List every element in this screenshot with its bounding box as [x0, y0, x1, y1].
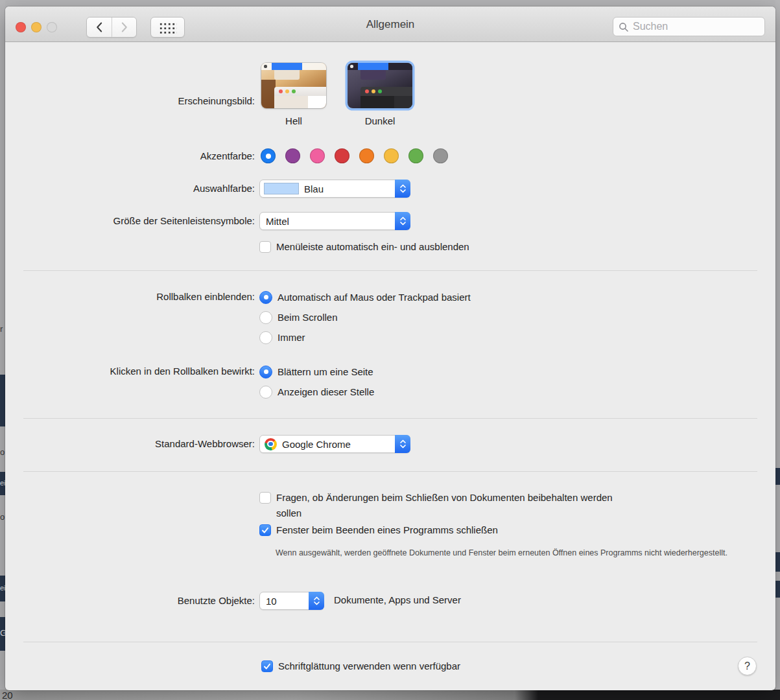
mini-dropdown — [274, 70, 300, 80]
radio-option-always[interactable]: Immer — [259, 327, 471, 347]
radio-button[interactable] — [259, 311, 272, 324]
sidebar-icon-size-value: Mittel — [260, 216, 289, 227]
search-icon — [619, 22, 629, 32]
mini-menubar — [261, 63, 326, 70]
font-smoothing-label: Schriftglättung verwenden wenn verfügbar — [278, 660, 460, 673]
section-divider — [23, 642, 757, 642]
accent-color-rosa[interactable] — [310, 148, 325, 163]
apple-logo-icon — [350, 65, 353, 68]
font-smoothing-row: Schriftglättung verwenden wenn verfügbar — [261, 660, 460, 673]
show-scrollbars-label: Rollbalken einblenden: — [5, 290, 255, 303]
ask-to-keep-changes-row: Fragen, ob Änderungen beim Schließen von… — [259, 490, 639, 521]
section-divider — [23, 418, 757, 419]
recent-items-label: Benutzte Objekte: — [5, 594, 255, 607]
radio-option-jump-page[interactable]: Blättern um eine Seite — [259, 362, 374, 382]
background-block — [775, 468, 780, 485]
background-text-fragment: r — [0, 324, 3, 334]
popup-stepper — [309, 592, 324, 610]
mini-window — [360, 87, 412, 108]
question-mark-icon: ? — [744, 660, 750, 672]
accent-color-lila[interactable] — [285, 148, 300, 163]
recent-items-popup[interactable]: 10 — [259, 592, 324, 610]
appearance-label: Erscheinungsbild: — [5, 95, 255, 108]
search-field — [613, 17, 765, 36]
selection-color-swatch — [264, 183, 299, 194]
radio-option-when-scrolling[interactable]: Beim Scrollen — [259, 307, 471, 327]
default-browser-popup[interactable]: Google Chrome — [259, 435, 410, 453]
background-text-fragment: o — [0, 447, 5, 457]
help-button[interactable]: ? — [738, 657, 757, 675]
mini-zoom-dot — [292, 89, 296, 93]
background-block — [775, 581, 780, 598]
background-text-fragment: o — [0, 512, 5, 522]
appearance-name-dunkel: Dunkel — [347, 115, 413, 126]
accent-color-gelb[interactable] — [384, 148, 399, 163]
appearance-option-dunkel[interactable] — [348, 63, 412, 108]
radio-label: Beim Scrollen — [278, 311, 338, 324]
updown-chevrons-icon — [399, 439, 407, 449]
ask-to-keep-changes-label: Fragen, ob Änderungen beim Schließen von… — [276, 490, 639, 521]
mini-min-dot — [285, 89, 289, 93]
popup-stepper — [395, 435, 410, 453]
menu-bar-autohide-label: Menüleiste automatisch ein- und ausblend… — [276, 240, 469, 253]
mini-window — [274, 87, 326, 108]
background-text-fragment: 20 — [2, 690, 13, 700]
radio-button[interactable] — [259, 386, 272, 399]
selection-color-label: Auswahlfarbe: — [5, 182, 255, 195]
background-strip-bottom: 20 — [0, 690, 780, 700]
selection-color-popup[interactable]: Blau — [259, 180, 410, 198]
mini-zoom-dot — [378, 89, 382, 93]
checkmark-icon — [261, 527, 269, 534]
mini-content — [308, 96, 326, 108]
sidebar-icon-size-popup[interactable]: Mittel — [259, 212, 410, 230]
updown-chevrons-icon — [313, 596, 320, 606]
font-smoothing-checkbox[interactable] — [261, 660, 273, 672]
window-titlebar[interactable]: Allgemein — [5, 6, 775, 42]
background-window-sliver-left: r o ei o ei Gl — [0, 0, 5, 700]
mini-sidebar — [360, 96, 394, 108]
accent-color-blau[interactable] — [261, 148, 276, 163]
accent-color-row — [261, 148, 448, 163]
radio-label: Blättern um eine Seite — [278, 366, 373, 379]
section-divider — [23, 471, 757, 472]
mini-close-dot — [279, 89, 283, 93]
scrollbar-click-label: Klicken in den Rollbalken bewirkt: — [5, 365, 255, 378]
mini-min-dot — [372, 89, 375, 93]
sidebar-icon-size-label: Größe der Seitenleistensymbole: — [5, 215, 255, 228]
radio-label: Automatisch auf Maus oder Trackpad basie… — [278, 291, 471, 304]
recent-items-suffix: Dokumente, Apps und Server — [334, 594, 461, 605]
appearance-name-hell: Hell — [261, 115, 327, 126]
accent-color-graphit[interactable] — [433, 148, 448, 163]
radio-option-automatic[interactable]: Automatisch auf Maus oder Trackpad basie… — [259, 287, 471, 307]
mini-sidebar — [274, 96, 308, 108]
background-block — [0, 375, 5, 426]
radio-button[interactable] — [259, 366, 272, 379]
scrollbar-click-group: Blättern um eine Seite Anzeigen dieser S… — [259, 362, 374, 402]
menu-bar-autohide-row: Menüleiste automatisch ein- und ausblend… — [259, 240, 469, 253]
menu-bar-autohide-checkbox[interactable] — [259, 241, 271, 253]
default-browser-value: Google Chrome — [277, 439, 351, 450]
radio-button[interactable] — [259, 331, 272, 344]
radio-option-jump-here[interactable]: Anzeigen dieser Stelle — [259, 382, 374, 402]
close-windows-on-quit-label: Fenster beim Beenden eines Programms sch… — [276, 524, 498, 537]
radio-label: Anzeigen dieser Stelle — [278, 386, 374, 399]
close-windows-hint: Wenn ausgewählt, werden geöffnete Dokume… — [276, 547, 761, 559]
system-preferences-window: Allgemein Erscheinungsbild: — [5, 6, 775, 690]
search-input[interactable] — [633, 18, 759, 36]
mini-menubar — [348, 63, 412, 70]
accent-color-gruen[interactable] — [408, 148, 423, 163]
close-windows-on-quit-checkbox[interactable] — [259, 524, 271, 536]
accent-color-rot[interactable] — [335, 148, 349, 163]
mini-close-dot — [365, 89, 369, 93]
checkmark-icon — [263, 663, 271, 670]
mini-open-menu — [358, 63, 388, 70]
background-block — [775, 552, 780, 572]
radio-button[interactable] — [259, 291, 272, 304]
accent-color-orange[interactable] — [359, 148, 374, 163]
ask-to-keep-changes-checkbox[interactable] — [259, 492, 271, 504]
desktop: r o ei o ei Gl 20 — [0, 0, 780, 700]
radio-label: Immer — [278, 331, 305, 344]
background-block: Gl — [0, 617, 5, 651]
updown-chevrons-icon — [399, 216, 407, 226]
appearance-option-hell[interactable] — [261, 63, 326, 108]
